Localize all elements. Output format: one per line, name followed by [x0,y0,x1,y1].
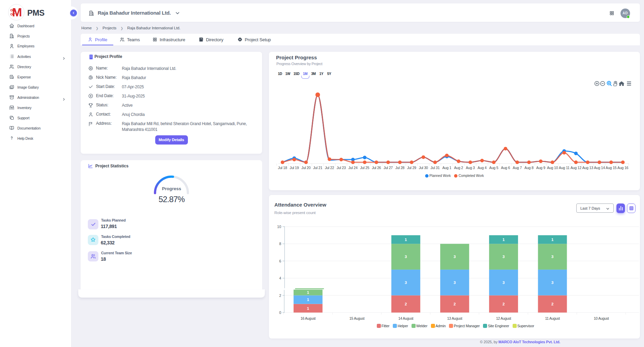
svg-text:Jul 24: Jul 24 [348,166,357,170]
svg-text:2: 2 [405,302,407,306]
svg-text:12 August: 12 August [496,316,511,320]
svg-text:Aug 6: Aug 6 [501,166,510,170]
svg-text:Jul 18: Jul 18 [278,166,287,170]
svg-text:Aug 12: Aug 12 [570,166,581,170]
svg-text:4: 4 [279,276,281,280]
svg-text:Aug 2: Aug 2 [454,166,463,170]
svg-text:Aug 11: Aug 11 [559,166,570,170]
svg-text:Jul 28: Jul 28 [395,166,404,170]
svg-text:Jul 31: Jul 31 [431,166,440,170]
svg-text:2: 2 [454,302,456,306]
svg-text:3: 3 [405,255,407,259]
svg-text:Aug 13: Aug 13 [582,166,593,170]
svg-text:Aug 14: Aug 14 [594,166,605,170]
svg-text:2: 2 [502,302,504,306]
svg-text:3: 3 [502,281,504,285]
svg-text:Aug 4: Aug 4 [478,166,487,170]
svg-text:1: 1 [307,298,309,302]
svg-text:Aug 10: Aug 10 [547,166,558,170]
svg-text:10 August: 10 August [594,316,609,320]
svg-text:1: 1 [502,238,505,242]
svg-text:Aug 16: Aug 16 [617,166,628,170]
svg-text:3: 3 [502,255,504,259]
svg-text:3: 3 [405,281,407,285]
svg-text:1: 1 [307,306,309,311]
svg-text:Aug 8: Aug 8 [525,166,534,170]
svg-text:Aug 9: Aug 9 [536,166,545,170]
svg-text:Aug 15: Aug 15 [606,166,616,170]
svg-text:Jul 22: Jul 22 [325,166,334,170]
svg-text:1: 1 [551,238,554,242]
svg-text:3: 3 [454,255,456,259]
svg-text:0: 0 [279,311,281,315]
svg-text:Jul 20: Jul 20 [302,166,311,170]
svg-text:Aug 3: Aug 3 [466,166,475,170]
svg-text:PMS: PMS [27,8,45,17]
svg-text:Aug 1: Aug 1 [442,166,451,170]
svg-text:Jul 23: Jul 23 [337,166,346,170]
svg-text:3: 3 [454,281,456,285]
svg-text:Aug 7: Aug 7 [513,166,522,170]
svg-text:6: 6 [279,259,281,263]
svg-text:Aug 5: Aug 5 [489,166,498,170]
svg-text:10: 10 [277,225,281,229]
svg-text:Jul 25: Jul 25 [360,166,369,170]
svg-text:15 August: 15 August [350,316,365,320]
svg-text:14 August: 14 August [398,316,413,320]
svg-text:1: 1 [307,290,309,295]
svg-text:3: 3 [551,255,553,259]
svg-text:Jul 29: Jul 29 [407,166,416,170]
svg-text:3: 3 [551,281,553,285]
svg-text:1: 1 [405,238,407,242]
svg-text:2: 2 [279,293,281,298]
svg-text:Jul 21: Jul 21 [313,166,322,170]
svg-text:2: 2 [551,302,553,306]
svg-text:Jul 26: Jul 26 [372,166,381,170]
svg-text:13 August: 13 August [447,316,462,320]
svg-text:Jul 27: Jul 27 [384,166,393,170]
svg-text:11 August: 11 August [545,316,560,320]
svg-text:8: 8 [279,242,281,246]
svg-text:16 August: 16 August [301,316,316,320]
svg-text:M: M [12,5,22,19]
svg-text:Jul 30: Jul 30 [419,166,428,170]
svg-text:Jul 19: Jul 19 [290,166,299,170]
